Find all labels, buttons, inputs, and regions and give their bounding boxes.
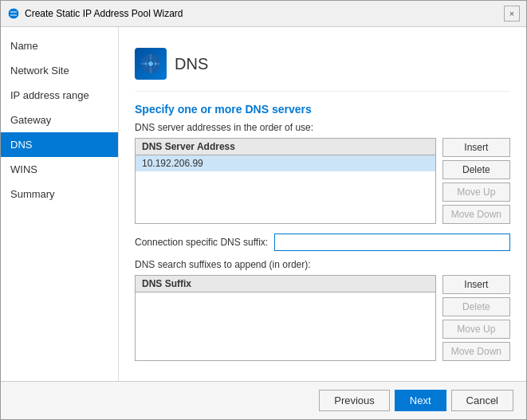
wizard-title-icon	[7, 7, 20, 20]
main-panel: DNS Specify one or more DNS servers DNS …	[119, 27, 526, 381]
dns-header: DNS	[135, 40, 510, 92]
dns-server-section: DNS Server Address 10.192.206.99 Insert …	[135, 138, 510, 224]
window-title: Create Static IP Address Pool Wizard	[25, 8, 183, 19]
wizard-window: Create Static IP Address Pool Wizard × N…	[0, 0, 527, 420]
dns-suffix-row: Connection specific DNS suffix:	[135, 234, 510, 251]
suffix-input[interactable]	[274, 234, 510, 251]
dns-move-up-button[interactable]: Move Up	[442, 183, 510, 202]
suffix-move-down-button[interactable]: Move Down	[442, 342, 510, 361]
suffix-move-up-button[interactable]: Move Up	[442, 320, 510, 339]
next-button[interactable]: Next	[395, 390, 446, 411]
sidebar-item-dns[interactable]: DNS	[1, 132, 118, 157]
previous-button[interactable]: Previous	[319, 390, 390, 411]
suffix-section-label: DNS search suffixes to append (in order)…	[135, 259, 510, 270]
dns-server-table: DNS Server Address 10.192.206.99	[135, 138, 436, 224]
suffix-table-header: DNS Suffix	[136, 276, 435, 292]
dns-insert-button[interactable]: Insert	[442, 138, 510, 157]
dns-table-row[interactable]: 10.192.206.99	[136, 155, 435, 171]
close-button[interactable]: ×	[504, 6, 520, 22]
sidebar-item-ip-address-range[interactable]: IP address range	[1, 83, 118, 108]
title-bar-left: Create Static IP Address Pool Wizard	[7, 7, 183, 20]
sidebar-item-name[interactable]: Name	[1, 33, 118, 58]
dns-suffix-section: DNS Suffix Insert Delete Move Up Move Do…	[135, 275, 510, 361]
sidebar-item-wins[interactable]: WINS	[1, 157, 118, 182]
sidebar-item-summary[interactable]: Summary	[1, 182, 118, 206]
dns-icon	[135, 48, 167, 80]
bottom-bar: Previous Next Cancel	[1, 381, 526, 419]
dns-delete-button[interactable]: Delete	[442, 160, 510, 179]
title-bar: Create Static IP Address Pool Wizard ×	[1, 1, 526, 27]
svg-point-3	[148, 61, 153, 66]
section-title: Specify one or more DNS servers	[135, 103, 510, 116]
suffix-insert-button[interactable]: Insert	[442, 275, 510, 294]
dns-page-title: DNS	[175, 55, 208, 73]
suffix-btn-group: Insert Delete Move Up Move Down	[442, 275, 510, 361]
sidebar-item-network-site[interactable]: Network Site	[1, 58, 118, 83]
dns-table-header: DNS Server Address	[136, 139, 435, 155]
dns-move-down-button[interactable]: Move Down	[442, 205, 510, 224]
content-area: Name Network Site IP address range Gatew…	[1, 27, 526, 381]
cancel-button[interactable]: Cancel	[451, 390, 513, 411]
sidebar: Name Network Site IP address range Gatew…	[1, 27, 119, 381]
dns-table-label: DNS server addresses in the order of use…	[135, 122, 510, 133]
dns-btn-group: Insert Delete Move Up Move Down	[442, 138, 510, 224]
sidebar-item-gateway[interactable]: Gateway	[1, 108, 118, 132]
dns-suffix-table: DNS Suffix	[135, 275, 436, 361]
suffix-label: Connection specific DNS suffix:	[135, 237, 268, 248]
suffix-delete-button[interactable]: Delete	[442, 297, 510, 316]
